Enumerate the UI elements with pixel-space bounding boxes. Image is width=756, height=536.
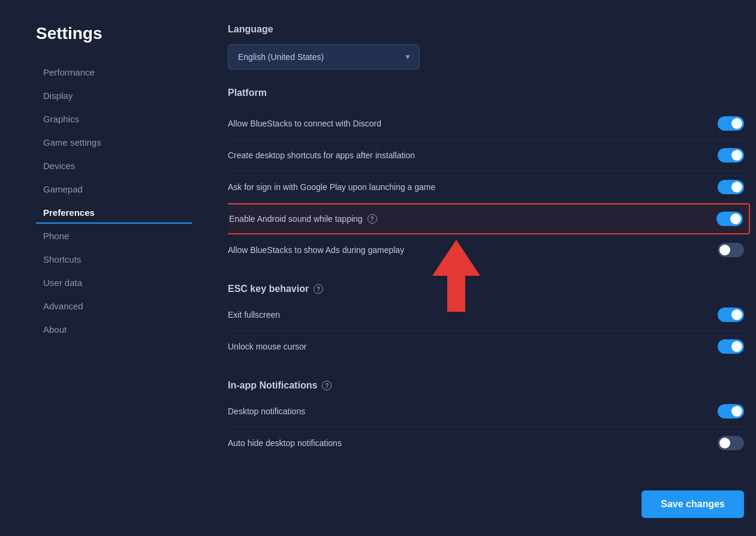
highlight-row-android-sound: Enable Android sound while tapping? [228, 203, 750, 234]
esc-key-header: ESC key behavior ? [228, 284, 744, 294]
sidebar-item-user-data[interactable]: User data [36, 272, 192, 294]
sidebar-item-performance[interactable]: Performance [36, 61, 192, 83]
toggle-shortcuts[interactable] [718, 148, 744, 162]
platform-section-title: Platform [228, 88, 744, 98]
toggle-android-sound[interactable] [716, 212, 743, 226]
row-label-exit-fullscreen: Exit fullscreen [228, 310, 280, 320]
sidebar-item-display[interactable]: Display [36, 85, 192, 107]
save-changes-button[interactable]: Save changes [641, 490, 744, 518]
toggle-knob-desktop-notif [731, 406, 742, 417]
sidebar-item-gamepad[interactable]: Gamepad [36, 178, 192, 200]
row-label-discord: Allow BlueStacks to connect with Discord [228, 119, 381, 128]
toggle-desktop-notif[interactable] [718, 404, 744, 418]
platform-rows: Allow BlueStacks to connect with Discord… [228, 108, 744, 266]
language-select[interactable]: English (United States)SpanishFrenchGerm… [228, 44, 420, 70]
help-icon-android-sound[interactable]: ? [368, 214, 377, 224]
esc-key-section-title: ESC key behavior [228, 284, 309, 294]
row-label-auto-hide: Auto hide desktop notifications [228, 438, 342, 448]
sidebar-item-advanced[interactable]: Advanced [36, 295, 192, 317]
toggle-knob-android-sound [730, 213, 741, 224]
toggle-knob-discord [731, 118, 742, 129]
toggle-knob-unlock-mouse [731, 341, 742, 352]
row-label-google-play: Ask for sign in with Google Play upon la… [228, 182, 435, 192]
language-select-wrapper: English (United States)SpanishFrenchGerm… [228, 44, 420, 70]
toggle-discord[interactable] [718, 116, 744, 131]
sidebar-item-game-settings[interactable]: Game settings [36, 131, 192, 153]
sidebar-nav: PerformanceDisplayGraphicsGame settingsD… [36, 61, 192, 341]
bottom-bar: Save changes [192, 478, 756, 536]
settings-row-google-play: Ask for sign in with Google Play upon la… [228, 171, 744, 203]
row-label-unlock-mouse: Unlock mouse cursor [228, 342, 307, 351]
esc-rows: Exit fullscreenUnlock mouse cursor [228, 299, 744, 362]
esc-key-section: ESC key behavior ? Exit fullscreenUnlock… [228, 284, 744, 362]
platform-section: Platform Allow BlueStacks to connect wit… [228, 88, 744, 266]
settings-row-auto-hide: Auto hide desktop notifications [228, 427, 744, 459]
sidebar-item-devices[interactable]: Devices [36, 155, 192, 177]
content-scroll: Language English (United States)SpanishF… [228, 24, 756, 536]
inapp-notifications-section: In-app Notifications ? Desktop notificat… [228, 380, 744, 459]
page-title: Settings [36, 24, 192, 43]
settings-row-android-sound: Enable Android sound while tapping? [229, 212, 743, 226]
toggle-knob-ads [719, 245, 730, 255]
esc-help-icon[interactable]: ? [314, 284, 323, 294]
sidebar-item-about[interactable]: About [36, 318, 192, 341]
toggle-ads[interactable] [718, 243, 744, 257]
settings-row-unlock-mouse: Unlock mouse cursor [228, 331, 744, 362]
toggle-exit-fullscreen[interactable] [718, 308, 744, 322]
sidebar: Settings PerformanceDisplayGraphicsGame … [36, 24, 192, 536]
toggle-knob-google-play [731, 182, 742, 192]
toggle-google-play[interactable] [718, 180, 744, 194]
row-label-ads: Allow BlueStacks to show Ads during game… [228, 245, 404, 255]
settings-row-shortcuts: Create desktop shortcuts for apps after … [228, 140, 744, 171]
sidebar-item-preferences[interactable]: Preferences [36, 201, 192, 224]
inapp-help-icon[interactable]: ? [322, 381, 332, 390]
inapp-rows: Desktop notificationsAuto hide desktop n… [228, 396, 744, 459]
row-label-desktop-notif: Desktop notifications [228, 406, 305, 416]
settings-row-exit-fullscreen: Exit fullscreen [228, 299, 744, 331]
language-section-title: Language [228, 24, 744, 35]
row-label-shortcuts: Create desktop shortcuts for apps after … [228, 150, 415, 160]
settings-row-discord: Allow BlueStacks to connect with Discord [228, 108, 744, 140]
inapp-section-title: In-app Notifications [228, 380, 317, 391]
main-content: Language English (United States)SpanishF… [192, 24, 756, 536]
toggle-auto-hide[interactable] [718, 436, 744, 450]
settings-row-desktop-notif: Desktop notifications [228, 396, 744, 427]
sidebar-item-phone[interactable]: Phone [36, 225, 192, 247]
row-label-android-sound: Enable Android sound while tapping? [229, 214, 377, 224]
toggle-knob-exit-fullscreen [731, 309, 742, 320]
toggle-unlock-mouse[interactable] [718, 339, 744, 354]
inapp-header: In-app Notifications ? [228, 380, 744, 391]
language-section: Language English (United States)SpanishF… [228, 24, 744, 70]
settings-row-ads: Allow BlueStacks to show Ads during game… [228, 234, 744, 266]
toggle-knob-shortcuts [731, 150, 742, 161]
sidebar-item-graphics[interactable]: Graphics [36, 108, 192, 130]
sidebar-item-shortcuts[interactable]: Shortcuts [36, 248, 192, 270]
app-container: Settings PerformanceDisplayGraphicsGame … [0, 0, 756, 536]
toggle-knob-auto-hide [719, 438, 730, 448]
